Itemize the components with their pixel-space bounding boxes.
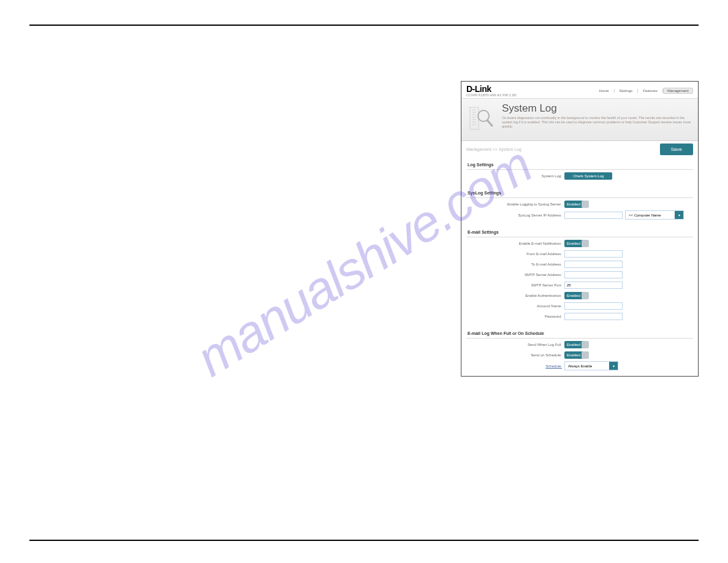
smtp-port-label: SMTP Server Port:	[466, 283, 564, 287]
syslog-ip-label: SysLog Server IP Address:	[466, 213, 564, 217]
enable-syslog-toggle[interactable]: Enabled	[564, 201, 588, 208]
system-log-label: System Log:	[466, 174, 564, 178]
magnifier-icon	[466, 102, 498, 134]
top-rule	[29, 25, 699, 26]
enable-auth-label: Enable Authentication:	[466, 294, 564, 297]
panel-header: D-Link COVR-X1870 HW:A1 FW:1.00 Home Set…	[461, 82, 698, 99]
schedule-selected: Always Enable	[568, 364, 592, 368]
schedule-label[interactable]: Schedule:	[466, 364, 564, 368]
smtp-port-input[interactable]	[564, 282, 623, 289]
to-email-label: To E-mail Address:	[466, 262, 564, 266]
from-email-input[interactable]	[564, 250, 623, 258]
account-name-input[interactable]	[564, 302, 623, 310]
nav-features[interactable]: Features	[638, 89, 663, 93]
section-log-settings: Log Settings	[466, 160, 693, 170]
section-email-log: E-mail Log When Full or On Schedule	[466, 329, 693, 339]
check-system-log-button[interactable]: Check System Log	[564, 172, 612, 180]
to-email-input[interactable]	[564, 261, 623, 268]
router-admin-panel: D-Link COVR-X1870 HW:A1 FW:1.00 Home Set…	[461, 81, 699, 377]
computer-name-selected: << Computer Name	[629, 213, 661, 217]
section-email-settings: E-mail Settings	[466, 228, 693, 237]
smtp-addr-label: SMTP Server Address:	[466, 273, 564, 277]
chevron-down-icon: ▾	[675, 211, 683, 219]
enable-syslog-label: Enable Logging to Syslog Server:	[466, 202, 564, 206]
breadcrumb-row: Management >> System Log Save	[461, 141, 698, 158]
top-nav: Home Settings Features Management	[594, 88, 693, 94]
breadcrumb: Management >> System Log	[466, 147, 521, 151]
nav-settings[interactable]: Settings	[615, 89, 639, 93]
send-sched-label: Send on Schedule:	[466, 353, 564, 357]
enable-auth-toggle[interactable]: Enabled	[564, 292, 588, 299]
page-description: On-board diagnostics run continually in …	[502, 116, 693, 129]
brand-model: COVR-X1870 HW:A1 FW:1.00	[466, 93, 516, 97]
brand-logo: D-Link	[466, 84, 516, 94]
nav-home[interactable]: Home	[594, 89, 615, 93]
computer-name-select[interactable]: << Computer Name ▾	[625, 210, 684, 220]
send-full-toggle[interactable]: Enabled	[564, 341, 588, 348]
nav-management[interactable]: Management	[663, 88, 693, 94]
account-name-label: Account Name:	[466, 304, 564, 308]
password-input[interactable]	[564, 313, 623, 320]
enable-email-label: Enable E-mail Notification:	[466, 242, 564, 245]
chevron-down-icon: ▾	[609, 362, 618, 370]
page-title: System Log	[502, 102, 693, 115]
smtp-addr-input[interactable]	[564, 271, 623, 278]
from-email-label: From E-mail Address:	[466, 252, 564, 256]
send-sched-toggle[interactable]: Enabled	[564, 351, 588, 359]
svg-rect-0	[470, 107, 479, 129]
bottom-rule	[29, 540, 699, 541]
save-button[interactable]: Save	[660, 144, 693, 155]
enable-email-toggle[interactable]: Enabled	[564, 240, 588, 247]
intro-banner: System Log On-board diagnostics run cont…	[461, 99, 698, 141]
syslog-ip-input[interactable]	[564, 212, 623, 219]
password-label: Password:	[466, 315, 564, 318]
svg-line-9	[487, 120, 492, 126]
send-full-label: Send When Log Full:	[466, 343, 564, 347]
schedule-select[interactable]: Always Enable ▾	[564, 361, 618, 370]
section-syslog-settings: SysLog Settings	[466, 188, 693, 198]
